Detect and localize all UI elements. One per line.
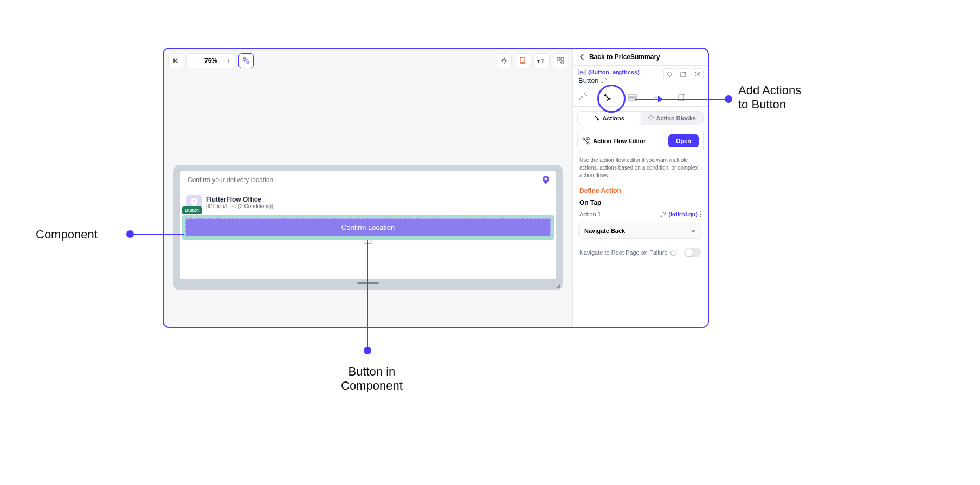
brightness-button[interactable] (497, 53, 512, 68)
edit-action-icon[interactable] (660, 211, 666, 217)
svg-rect-3 (520, 57, 525, 64)
device-screen: FlutterFlow Office [If/Then/Else (2 Cond… (180, 171, 556, 279)
property-tabs (573, 89, 708, 107)
app-window: − 75% + TT (163, 48, 709, 328)
collapse-panel-button[interactable] (168, 53, 183, 68)
arrow-head-icon (658, 96, 663, 102)
svg-point-17 (587, 142, 589, 144)
svg-rect-15 (679, 95, 684, 101)
back-label: Back to PriceSummary (589, 53, 660, 61)
selection-badge: Button (182, 206, 202, 214)
home-indicator (357, 282, 379, 284)
tab-backend[interactable] (628, 89, 653, 106)
afe-title: Action Flow Editor (593, 138, 665, 144)
svg-text:FN: FN (580, 70, 585, 74)
tab-docs[interactable] (678, 89, 702, 106)
actions-subtabs: Actions Action Blocks (577, 111, 704, 125)
device-frame: FlutterFlow Office [If/Then/Else (2 Cond… (173, 165, 563, 290)
list-item[interactable]: FlutterFlow Office [If/Then/Else (2 Cond… (180, 189, 556, 215)
root-page-toggle[interactable] (684, 248, 701, 257)
back-arrow-icon (578, 53, 586, 61)
svg-rect-1 (247, 61, 249, 63)
annotation-line (367, 240, 368, 348)
widget-id: (Button_argthcss) (588, 69, 640, 75)
resize-corner-icon[interactable]: ◢ (556, 282, 560, 288)
device-button[interactable] (515, 53, 530, 68)
zoom-level: 75% (200, 57, 222, 64)
svg-rect-4 (521, 62, 524, 63)
subtab-actions[interactable]: Actions (578, 112, 641, 125)
svg-rect-13 (629, 95, 636, 97)
annotation-line (635, 99, 726, 100)
action-link[interactable]: (kdlrh1qu) (668, 211, 698, 217)
tab-animations[interactable] (653, 89, 678, 106)
svg-text:i: i (673, 251, 674, 255)
svg-rect-12 (681, 73, 685, 77)
tab-style[interactable] (578, 89, 603, 106)
info-icon[interactable]: i (670, 250, 676, 256)
list-item-title: FlutterFlow Office (206, 196, 273, 203)
chevron-down-icon (690, 228, 697, 234)
svg-point-9 (561, 61, 564, 64)
annotation-dot (364, 347, 371, 354)
help-text: Use the action flow editor if you want m… (573, 157, 708, 185)
layout-settings-button[interactable] (553, 53, 568, 68)
diamond-icon[interactable] (663, 68, 675, 80)
annotation-dot (725, 95, 732, 103)
panel-action-icons (663, 68, 704, 80)
action-type-select[interactable]: Navigate Back (578, 223, 702, 239)
define-action-title: Define Action (573, 185, 708, 197)
annotation-line (134, 234, 184, 235)
zoom-control: − 75% + (186, 53, 235, 68)
annotation-button-label: Button in Component (341, 365, 403, 393)
annotation-dot (126, 230, 134, 238)
toggle-row: Navigate to Root Page on Failure i (573, 242, 708, 263)
svg-point-2 (502, 59, 506, 62)
action-1-label: Action 1 (579, 211, 660, 217)
toolbar-left: − 75% + (168, 53, 254, 68)
subtab-action-blocks[interactable]: Action Blocks (641, 112, 704, 125)
variable-icon[interactable] (692, 68, 704, 80)
list-item-text: FlutterFlow Office [If/Then/Else (2 Cond… (206, 196, 273, 209)
location-pin-icon (542, 176, 550, 184)
open-button[interactable]: Open (668, 134, 699, 147)
svg-rect-18 (587, 138, 589, 140)
svg-point-21 (700, 216, 701, 217)
search-row (180, 171, 556, 189)
svg-text:T: T (541, 57, 545, 64)
selected-component[interactable]: Button Confirm Location (182, 215, 554, 244)
widget-badge-icon: FN (578, 69, 586, 75)
toggle-label: Navigate to Root Page on Failure i (579, 249, 684, 256)
svg-text:T: T (537, 59, 540, 64)
svg-rect-7 (557, 57, 560, 60)
svg-rect-0 (243, 58, 246, 60)
selection-mode-button[interactable] (238, 53, 254, 68)
action-1-row: Action 1 (kdlrh1qu) (573, 209, 708, 219)
tab-actions[interactable] (603, 89, 628, 106)
subtab-action-blocks-label: Action Blocks (656, 115, 696, 121)
action-type-value: Navigate Back (584, 228, 690, 234)
confirm-location-button[interactable]: Confirm Location (185, 218, 551, 236)
action-flow-editor-row: Action Flow Editor Open (577, 130, 704, 152)
annotation-component-label: Component (36, 228, 98, 242)
text-size-button[interactable]: TT (533, 53, 550, 68)
list-item-subtitle: [If/Then/Else (2 Conditions)] (206, 203, 273, 209)
properties-panel: Back to PriceSummary FN (Button_argthcss… (572, 49, 708, 327)
widget-type: Button (578, 76, 599, 85)
svg-rect-8 (561, 57, 564, 60)
zoom-in-button[interactable]: + (222, 54, 235, 68)
on-tap-label: On Tap (573, 197, 708, 209)
search-input[interactable] (186, 176, 542, 184)
svg-point-19 (700, 211, 701, 212)
panel-back-row[interactable]: Back to PriceSummary (573, 49, 708, 66)
resize-handle[interactable] (364, 241, 372, 244)
zoom-out-button[interactable]: − (187, 54, 200, 68)
edit-icon[interactable] (601, 77, 607, 83)
annotation-add-actions-label: Add Actions to Button (738, 83, 801, 112)
svg-point-16 (583, 138, 585, 140)
toolbar-right: TT (497, 53, 568, 68)
flow-icon (582, 137, 590, 145)
canvas-area: − 75% + TT (164, 49, 572, 327)
add-widget-icon[interactable] (678, 68, 689, 80)
more-icon[interactable] (700, 211, 701, 217)
